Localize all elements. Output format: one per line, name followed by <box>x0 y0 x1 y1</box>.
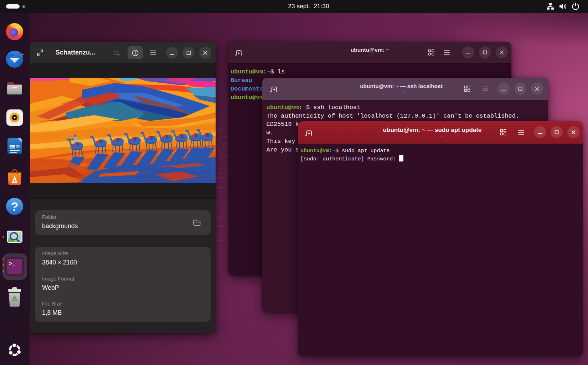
svg-text:?: ? <box>11 200 19 213</box>
svg-text:>_: >_ <box>9 261 16 267</box>
